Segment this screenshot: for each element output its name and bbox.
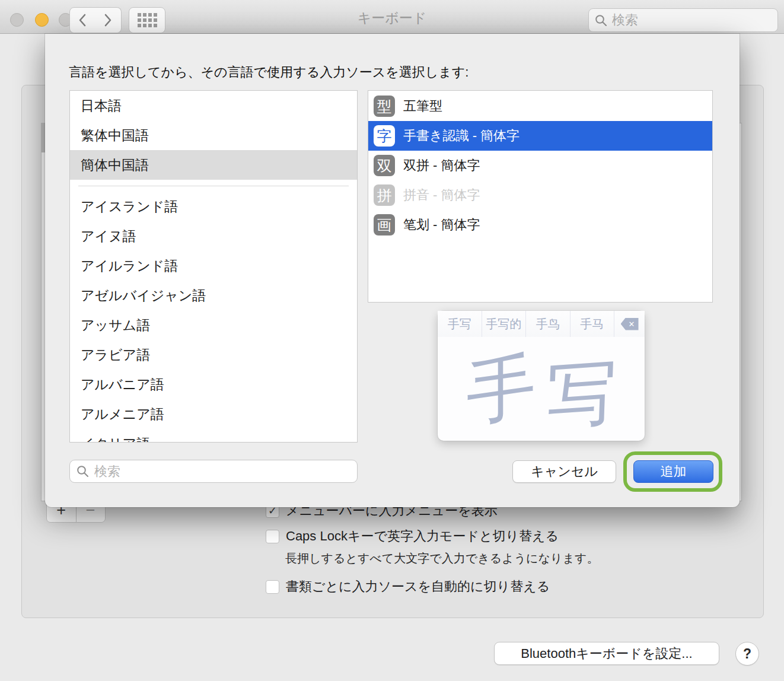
toolbar-search-input[interactable] xyxy=(612,12,783,28)
handwriting-candidate[interactable]: 手鸟 xyxy=(525,311,570,337)
handwriting-preview-panel: 手写手写的手鸟手马✕ 手 写 xyxy=(438,311,645,441)
language-row[interactable]: アルバニア語 xyxy=(70,370,357,399)
language-row[interactable]: アラビア語 xyxy=(70,340,357,370)
input-method-badge-icon: 画 xyxy=(374,214,395,236)
input-source-row[interactable]: 型五筆型 xyxy=(368,91,712,121)
checkbox-subtext: 長押しするとすべて大文字で入力できるようになります。 xyxy=(285,550,598,567)
input-source-label: 拼音 - 簡体字 xyxy=(403,186,480,204)
option-checkbox-row[interactable]: Caps Lockキーで英字入力モードと切り替える xyxy=(266,527,559,545)
input-source-list: 型五筆型字手書き認識 - 簡体字双双拼 - 簡体字拼拼音 - 簡体字画笔划 - … xyxy=(368,90,713,303)
checkbox[interactable] xyxy=(266,580,279,594)
handwriting-candidate[interactable]: 手写 xyxy=(438,311,482,337)
input-method-badge-icon: 拼 xyxy=(374,184,395,206)
language-row[interactable]: 簡体中国語 xyxy=(70,150,357,180)
window-toolbar: キーボード xyxy=(0,0,784,34)
search-icon xyxy=(77,465,89,478)
checkbox-label: 書類ごとに入力ソースを自動的に切り替える xyxy=(286,578,550,596)
add-button[interactable]: 追加 xyxy=(633,460,713,483)
add-input-source-sheet: 言語を選択してから、その言語で使用する入力ソースを選択します: 日本語繁体中国語… xyxy=(45,34,740,507)
language-row[interactable]: 日本語 xyxy=(70,91,357,120)
language-list-divider xyxy=(70,180,357,192)
language-list: 日本語繁体中国語簡体中国語アイスランド語アイヌ語アイルランド語アゼルバイジャン語… xyxy=(69,90,358,443)
language-search-field[interactable] xyxy=(69,460,358,483)
handwriting-candidate-bar: 手写手写的手鸟手马✕ xyxy=(438,311,645,337)
toolbar-search-field[interactable] xyxy=(588,8,778,32)
cancel-button[interactable]: キャンセル xyxy=(512,460,616,483)
input-method-badge-icon: 字 xyxy=(374,125,395,147)
input-source-label: 手書き認識 - 簡体字 xyxy=(403,127,520,145)
language-row[interactable]: アルメニア語 xyxy=(70,399,357,429)
input-source-row[interactable]: 拼拼音 - 簡体字 xyxy=(368,180,712,210)
language-row[interactable]: アイスランド語 xyxy=(70,192,357,221)
language-row[interactable]: アッサム語 xyxy=(70,310,357,340)
input-source-label: 五筆型 xyxy=(403,97,442,115)
language-search-input[interactable] xyxy=(94,464,350,479)
search-icon xyxy=(595,14,607,27)
background-scrollbar[interactable] xyxy=(41,123,45,152)
option-checkbox-row[interactable]: 書類ごとに入力ソースを自動的に切り替える xyxy=(266,578,550,596)
handwriting-candidate[interactable]: 手马 xyxy=(570,311,614,337)
backspace-icon: ✕ xyxy=(621,318,639,330)
handwritten-character: 手 xyxy=(466,349,536,429)
language-row[interactable]: アイルランド語 xyxy=(70,251,357,281)
input-method-badge-icon: 双 xyxy=(374,155,395,176)
handwriting-delete-button[interactable]: ✕ xyxy=(614,311,645,337)
help-button[interactable]: ? xyxy=(735,642,759,666)
input-source-row[interactable]: 双双拼 - 簡体字 xyxy=(368,151,712,180)
handwritten-character: 写 xyxy=(545,356,617,431)
checkbox-label: Caps Lockキーで英字入力モードと切り替える xyxy=(286,527,559,545)
language-row[interactable]: イタリア語 xyxy=(70,429,357,443)
setup-bluetooth-keyboard-button[interactable]: Bluetoothキーボードを設定... xyxy=(494,642,719,665)
handwriting-drawing-area: 手 写 xyxy=(438,337,645,441)
input-source-row[interactable]: 画笔划 - 簡体字 xyxy=(368,210,712,240)
language-row[interactable]: 繁体中国語 xyxy=(70,120,357,150)
sheet-instruction: 言語を選択してから、その言語で使用する入力ソースを選択します: xyxy=(69,63,469,81)
checkbox[interactable] xyxy=(266,530,279,543)
input-source-label: 双拼 - 簡体字 xyxy=(403,157,480,174)
language-row[interactable]: アゼルバイジャン語 xyxy=(70,281,357,310)
input-source-row[interactable]: 字手書き認識 - 簡体字 xyxy=(368,121,712,151)
language-row[interactable]: アイヌ語 xyxy=(70,221,357,251)
input-method-badge-icon: 型 xyxy=(374,96,395,117)
input-source-label: 笔划 - 簡体字 xyxy=(403,216,480,234)
handwriting-candidate[interactable]: 手写的 xyxy=(482,311,526,337)
